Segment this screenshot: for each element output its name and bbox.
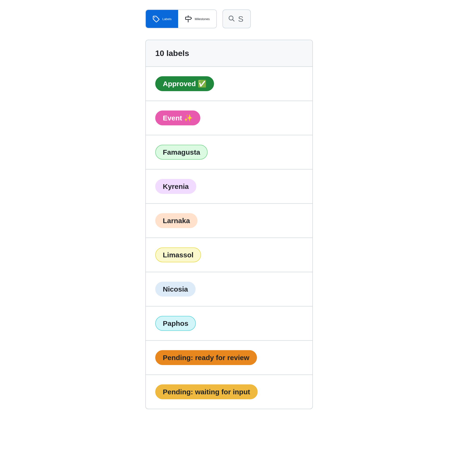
label-row: Kyrenia <box>146 170 312 204</box>
milestones-tab-label: Milestones <box>195 17 210 21</box>
labels-tab[interactable]: Labels <box>146 10 178 28</box>
search-box[interactable] <box>222 9 251 28</box>
label-pill[interactable]: Kyrenia <box>155 179 196 194</box>
search-icon <box>228 14 235 24</box>
label-row: Limassol <box>146 238 312 272</box>
labels-count-header: 10 labels <box>146 40 312 67</box>
labels-list-box: 10 labels Approved ✅Event ✨FamagustaKyre… <box>145 40 313 409</box>
label-pill[interactable]: Nicosia <box>155 282 196 296</box>
label-pill[interactable]: Larnaka <box>155 213 198 228</box>
label-pill[interactable]: Famagusta <box>155 145 208 160</box>
labels-count-text: 10 labels <box>155 49 189 58</box>
label-row: Pending: ready for review <box>146 341 312 375</box>
label-pill[interactable]: Pending: ready for review <box>155 350 257 365</box>
label-pill[interactable]: Approved ✅ <box>155 76 214 91</box>
label-row: Approved ✅ <box>146 67 312 101</box>
label-row: Paphos <box>146 306 312 341</box>
label-row: Famagusta <box>146 135 312 170</box>
milestone-icon <box>185 15 192 22</box>
tag-icon <box>152 15 160 22</box>
svg-line-1 <box>233 20 234 21</box>
label-pill[interactable]: Pending: waiting for input <box>155 384 258 399</box>
label-row: Larnaka <box>146 204 312 238</box>
label-row: Nicosia <box>146 272 312 306</box>
label-row: Pending: waiting for input <box>146 375 312 409</box>
toolbar: Labels Milestones <box>145 9 314 28</box>
milestones-tab[interactable]: Milestones <box>178 10 216 28</box>
segmented-control: Labels Milestones <box>145 9 217 28</box>
search-input[interactable] <box>238 14 248 24</box>
label-pill[interactable]: Paphos <box>155 316 196 331</box>
svg-point-0 <box>229 16 233 20</box>
labels-tab-label: Labels <box>162 17 171 21</box>
label-row: Event ✨ <box>146 101 312 135</box>
label-pill[interactable]: Event ✨ <box>155 110 200 125</box>
label-pill[interactable]: Limassol <box>155 247 201 262</box>
